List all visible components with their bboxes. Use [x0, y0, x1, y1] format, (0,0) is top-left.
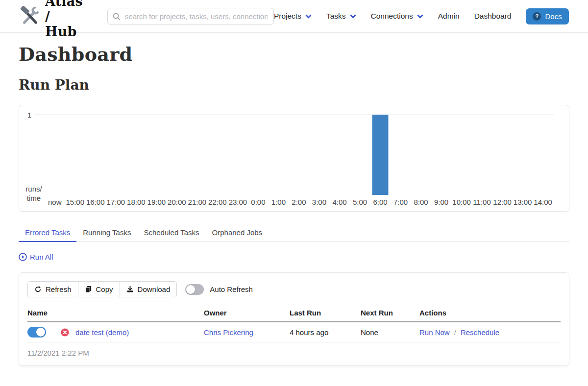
- chart-column: [533, 115, 553, 195]
- errored-tasks-panel: Refresh Copy Download: [19, 272, 569, 366]
- x-axis-tick-label: 10:00: [451, 198, 472, 206]
- x-axis-tick-label: 22:00: [207, 198, 228, 206]
- x-axis-tick-label: 15:00: [65, 198, 86, 206]
- reschedule-link[interactable]: Reschedule: [461, 328, 499, 337]
- chart-column: [513, 115, 533, 195]
- chart-x-labels: now15:0016:0017:0018:0019:0020:0021:0022…: [45, 198, 553, 206]
- x-axis-tick-label: 8:00: [411, 198, 431, 206]
- question-circle-icon: ?: [533, 12, 541, 21]
- chart-column: [289, 115, 309, 195]
- search-input[interactable]: [107, 8, 274, 25]
- x-axis-tick-label: 20:00: [167, 198, 187, 206]
- nav-tasks-label: Tasks: [326, 12, 346, 21]
- nav-connections-dropdown[interactable]: Connections: [371, 12, 423, 21]
- tab-errored-tasks[interactable]: Errored Tasks: [19, 224, 76, 242]
- owner-link[interactable]: Chris Pickering: [204, 328, 253, 337]
- copy-button[interactable]: Copy: [78, 282, 120, 297]
- chart-column: [472, 115, 492, 195]
- search-icon: [113, 13, 121, 21]
- x-axis-tick-label: 4:00: [329, 198, 350, 206]
- toggle-knob: [186, 285, 195, 294]
- download-button[interactable]: Download: [120, 282, 177, 297]
- chart-column: [147, 115, 167, 195]
- chart-column: [65, 115, 86, 195]
- action-separator: /: [454, 328, 456, 337]
- download-icon: [126, 286, 134, 293]
- main-nav: Projects Tasks Connections Admin Dashboa…: [274, 8, 569, 24]
- column-header-name: Name: [27, 305, 204, 322]
- run-plan-heading: Run Plan: [19, 77, 569, 93]
- nav-dashboard-link[interactable]: Dashboard: [474, 12, 512, 21]
- tab-orphaned-jobs[interactable]: Orphaned Jobs: [206, 224, 269, 242]
- x-axis-tick-label: 9:00: [431, 198, 452, 206]
- task-name-link[interactable]: date test (demo): [75, 328, 129, 337]
- chart-column: [391, 115, 411, 195]
- run-all-label: Run All: [30, 253, 53, 261]
- chart-column: [106, 115, 126, 195]
- column-header-last-run: Last Run: [290, 305, 361, 322]
- x-axis-tick-label: 2:00: [289, 198, 309, 206]
- chart-column: [187, 115, 208, 195]
- global-search: [107, 8, 274, 25]
- run-now-link[interactable]: Run Now: [419, 328, 450, 337]
- table-row: date test (demo) Chris Pickering 4 hours…: [27, 322, 561, 342]
- axis-corner-label: runs/ time: [22, 184, 46, 203]
- nav-projects-label: Projects: [274, 12, 301, 21]
- chart-column: [431, 115, 452, 195]
- app-logo[interactable]: Atlas / Hub: [20, 0, 83, 39]
- task-enabled-toggle[interactable]: [27, 327, 46, 338]
- error-status-icon: [61, 328, 69, 337]
- page-title: Dashboard: [19, 43, 569, 65]
- chart-column: [411, 115, 431, 195]
- chart-column: [207, 115, 228, 195]
- column-header-next-run: Next Run: [361, 305, 419, 322]
- refresh-button[interactable]: Refresh: [28, 282, 78, 297]
- task-tabs: Errored Tasks Running Tasks Scheduled Ta…: [19, 224, 569, 242]
- x-axis-tick-label: 0:00: [248, 198, 269, 206]
- hammer-wrench-icon: [20, 6, 40, 26]
- table-toolbar: Refresh Copy Download: [27, 281, 561, 297]
- toolbar-button-group: Refresh Copy Download: [27, 281, 177, 297]
- toggle-knob: [36, 328, 45, 337]
- play-circle-icon: [19, 253, 27, 261]
- nav-projects-dropdown[interactable]: Projects: [274, 12, 312, 21]
- nav-admin-link[interactable]: Admin: [438, 12, 460, 21]
- chart-columns: [45, 115, 553, 195]
- table-header-row: Name Owner Last Run Next Run Actions: [27, 305, 561, 322]
- next-run-value: None: [361, 322, 419, 342]
- chart-column: [167, 115, 187, 195]
- auto-refresh-toggle[interactable]: [185, 284, 204, 295]
- nav-tasks-dropdown[interactable]: Tasks: [326, 12, 356, 21]
- docs-button[interactable]: ? Docs: [526, 8, 568, 24]
- x-axis-tick-label: 18:00: [126, 198, 147, 206]
- nav-admin-label: Admin: [438, 12, 460, 21]
- nav-dashboard-label: Dashboard: [474, 12, 512, 21]
- x-axis-tick-label: 5:00: [350, 198, 370, 206]
- x-axis-tick-label: 1:00: [269, 198, 289, 206]
- chevron-down-icon: [350, 13, 356, 20]
- chart-column: [350, 115, 370, 195]
- docs-button-label: Docs: [545, 12, 562, 21]
- x-axis-tick-label: now: [45, 198, 65, 206]
- main-content: Dashboard Run Plan 1 now15:0016:0017:001…: [0, 43, 588, 366]
- x-axis-tick-label: 7:00: [391, 198, 411, 206]
- errored-tasks-table: Name Owner Last Run Next Run Actions: [27, 305, 561, 342]
- run-plan-chart: 1 now15:0016:0017:0018:0019:0020:0021:00…: [19, 105, 569, 212]
- y-axis-tick: 1: [27, 111, 31, 119]
- panel-timestamp: 11/2/2021 2:22 PM: [27, 349, 561, 357]
- x-axis-tick-label: 17:00: [106, 198, 126, 206]
- tab-running-tasks[interactable]: Running Tasks: [76, 224, 137, 242]
- tab-scheduled-tasks[interactable]: Scheduled Tasks: [137, 224, 205, 242]
- app-title: Atlas / Hub: [45, 0, 83, 39]
- refresh-label: Refresh: [46, 285, 72, 293]
- nav-connections-label: Connections: [371, 12, 413, 21]
- chart-column: [451, 115, 472, 195]
- column-header-owner: Owner: [204, 305, 290, 322]
- x-axis-tick-label: 12:00: [492, 198, 513, 206]
- run-bar: [372, 115, 389, 195]
- chart-column: [329, 115, 350, 195]
- chart-column: [269, 115, 289, 195]
- x-axis-tick-label: 16:00: [85, 198, 106, 206]
- run-all-link[interactable]: Run All: [19, 253, 53, 261]
- last-run-value: 4 hours ago: [290, 322, 361, 342]
